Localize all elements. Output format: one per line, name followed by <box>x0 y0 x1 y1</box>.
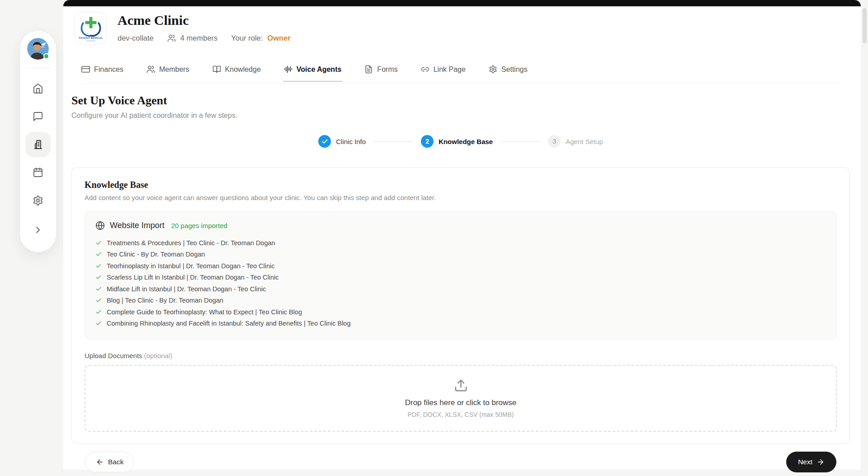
check-icon <box>95 309 102 315</box>
setup-stepper: Clinic Info 2 Knowledge Base 3 Agent Set… <box>71 135 850 148</box>
sidebar-item-calendar[interactable] <box>25 160 51 185</box>
members-count: 4 members <box>180 34 218 42</box>
tab-label: Link Page <box>434 65 466 74</box>
check-icon <box>95 297 102 303</box>
upload-icon <box>454 378 468 392</box>
tab-label: Knowledge <box>225 65 261 74</box>
imported-page-title: Blog | Teo Clinic - By Dr. Teoman Dogan <box>107 297 223 304</box>
clinic-header: FAUGHT MEDICAL Acme Clinic dev-collate 4… <box>74 12 291 44</box>
imported-page-row: Blog | Teo Clinic - By Dr. Teoman Dogan <box>95 295 826 307</box>
credit-card-icon <box>81 65 90 74</box>
imported-page-title: Teo Clinic - By Dr. Teoman Dogan <box>107 251 205 258</box>
step-number: 3 <box>548 135 561 148</box>
step-clinic-info[interactable]: Clinic Info <box>318 135 366 148</box>
step-connector <box>373 141 413 142</box>
sidebar-item-chat[interactable] <box>25 104 51 129</box>
check-icon <box>95 286 102 292</box>
tab-knowledge[interactable]: Knowledge <box>212 63 262 81</box>
next-button[interactable]: Next <box>786 452 836 472</box>
check-icon <box>95 251 102 257</box>
check-icon <box>95 240 102 246</box>
imported-page-title: Midface Lift in Istanbul | Dr. Teoman Do… <box>107 285 266 293</box>
imported-page-title: Scarless Lip Lift in Istanbul | Dr. Teom… <box>107 274 278 281</box>
link-icon <box>421 65 429 74</box>
imported-pages-list: Treatments & Procedures | Teo Clinic - D… <box>95 237 826 329</box>
step-label: Agent Setup <box>566 138 603 145</box>
gear-icon <box>33 195 43 206</box>
sidebar-expand[interactable] <box>25 217 51 243</box>
tab-settings[interactable]: Settings <box>488 63 528 81</box>
imported-page-row: Combining Rhinoplasty and Facelift in Is… <box>95 318 826 330</box>
tab-label: Forms <box>377 65 397 74</box>
imported-page-row: Complete Guide to Teorhinoplasty: What t… <box>95 306 826 318</box>
role-label: Your role: <box>231 34 263 42</box>
globe-icon <box>95 221 105 230</box>
tab-forms[interactable]: Forms <box>363 63 398 81</box>
chevron-right-icon <box>33 224 43 235</box>
tab-members[interactable]: Members <box>146 63 190 81</box>
step-done-check-icon <box>318 135 331 148</box>
check-icon <box>95 263 102 269</box>
step-knowledge-base[interactable]: 2 Knowledge Base <box>421 135 493 148</box>
step-label: Clinic Info <box>336 138 366 145</box>
gear-icon <box>489 65 497 74</box>
sidebar-item-home[interactable] <box>25 76 51 101</box>
tab-voice-agents[interactable]: Voice Agents <box>283 63 343 82</box>
clinic-name: Acme Clinic <box>118 13 291 28</box>
sidebar-divider <box>25 68 51 68</box>
page-subtitle: Configure your AI patient coordinator in… <box>71 112 850 120</box>
import-status-badge: 20 pages imported <box>171 222 227 229</box>
tab-link-page[interactable]: Link Page <box>420 63 467 81</box>
upload-optional-text: (optional) <box>144 352 173 359</box>
file-dropzone[interactable]: Drop files here or click to browse PDF, … <box>85 365 837 432</box>
sidebar-item-settings[interactable] <box>25 188 51 213</box>
wizard-content: Set Up Voice Agent Configure your AI pat… <box>71 94 850 472</box>
user-avatar[interactable] <box>27 38 49 60</box>
online-status-dot <box>43 53 49 59</box>
dropzone-title: Drop files here or click to browse <box>405 398 517 407</box>
check-icon <box>95 320 102 327</box>
imported-page-title: Treatments & Procedures | Teo Clinic - D… <box>107 239 275 247</box>
tab-finances[interactable]: Finances <box>80 63 124 81</box>
sidebar-item-clinic[interactable] <box>25 132 51 157</box>
imported-page-title: Complete Guide to Teorhinoplasty: What t… <box>107 308 302 316</box>
main-panel: FAUGHT MEDICAL Acme Clinic dev-collate 4… <box>63 6 861 470</box>
app-sidebar <box>19 30 57 252</box>
window-top-bar <box>63 0 861 6</box>
upload-documents-label: Upload Documents (optional) <box>85 352 837 359</box>
file-text-icon <box>364 65 373 74</box>
arrow-left-icon <box>96 458 104 466</box>
tab-label: Settings <box>501 65 528 74</box>
imported-page-title: Teorhinoplasty in Istanbul | Dr. Teoman … <box>107 262 275 270</box>
logo-text: FAUGHT MEDICAL <box>79 37 103 39</box>
imported-page-row: Treatments & Procedures | Teo Clinic - D… <box>95 237 826 249</box>
tab-label: Members <box>159 65 189 74</box>
tab-label: Finances <box>94 65 123 74</box>
page-title: Set Up Voice Agent <box>71 94 850 107</box>
back-button-label: Back <box>108 458 123 466</box>
book-open-icon <box>212 65 221 74</box>
users-icon <box>146 65 155 74</box>
back-button[interactable]: Back <box>85 452 134 472</box>
arrow-right-icon <box>816 458 825 466</box>
clinic-logo: FAUGHT MEDICAL <box>74 12 107 44</box>
card-title: Knowledge Base <box>85 180 837 190</box>
calendar-icon <box>33 167 43 178</box>
scrollbar-thumb[interactable] <box>863 8 867 43</box>
workspace-name: dev-collate <box>118 34 154 42</box>
dropzone-hint: PDF, DOCX, XLSX, CSV (max 50MB) <box>408 411 514 418</box>
website-import-box: Website Import 20 pages imported Treatme… <box>85 211 837 340</box>
wizard-footer: Back Next <box>71 452 850 472</box>
clinic-logo-image: FAUGHT MEDICAL <box>75 12 107 44</box>
imported-page-row: Scarless Lip Lift in Istanbul | Dr. Teom… <box>95 272 826 284</box>
knowledge-base-card: Knowledge Base Add content so your voice… <box>71 167 850 444</box>
chat-icon <box>33 111 43 122</box>
step-connector <box>500 141 540 142</box>
upload-label-text: Upload Documents <box>85 352 142 359</box>
step-agent-setup[interactable]: 3 Agent Setup <box>548 135 603 148</box>
audio-lines-icon <box>284 65 292 74</box>
imported-page-row: Teo Clinic - By Dr. Teoman Dogan <box>95 249 826 261</box>
users-icon <box>167 34 176 42</box>
clinic-tabs: Finances Members Knowledge Voice Agents … <box>80 63 843 84</box>
home-icon <box>33 83 43 94</box>
